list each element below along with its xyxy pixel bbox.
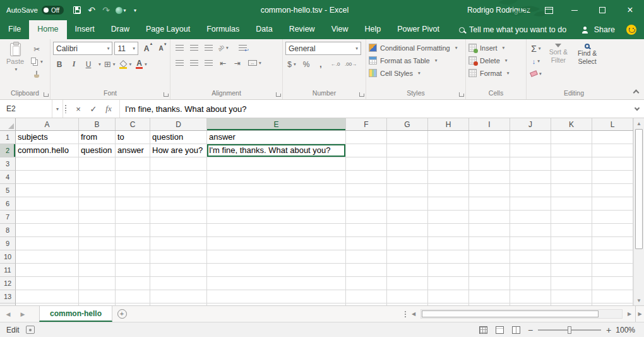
vertical-scrollbar-thumb[interactable]	[635, 129, 643, 249]
row-header-10[interactable]: 10	[0, 250, 16, 264]
cell-c14[interactable]	[116, 303, 150, 305]
cell-k6[interactable]	[551, 197, 592, 211]
zoom-level-button[interactable]: 100%	[615, 326, 644, 334]
cell-b3[interactable]	[79, 157, 116, 171]
align-center-button[interactable]	[188, 57, 200, 69]
cell-c9[interactable]	[116, 237, 150, 250]
cell-d3[interactable]	[150, 157, 207, 171]
undo-button[interactable]: ↶	[85, 2, 98, 18]
cell-f7[interactable]	[346, 211, 387, 224]
cancel-entry-button[interactable]: ×	[71, 102, 85, 116]
cell-k11[interactable]	[551, 264, 592, 277]
cell-k2[interactable]	[551, 144, 592, 157]
cell-e12[interactable]	[207, 277, 346, 290]
cell-e10[interactable]	[207, 250, 346, 264]
cell-b8[interactable]	[79, 224, 116, 237]
cell-g14[interactable]	[387, 303, 428, 305]
cell-l1[interactable]	[592, 131, 633, 144]
cell-f1[interactable]	[346, 131, 387, 144]
align-top-button[interactable]	[173, 42, 186, 54]
row-header-8[interactable]: 8	[0, 224, 16, 237]
cut-button[interactable]: ✂	[30, 43, 44, 55]
cell-k3[interactable]	[551, 157, 592, 171]
wrap-text-button[interactable]	[237, 42, 249, 54]
maximize-button[interactable]	[588, 0, 616, 20]
tab-view[interactable]: View	[323, 20, 357, 39]
cell-f6[interactable]	[346, 197, 387, 211]
clipboard-dialog-launcher[interactable]	[44, 92, 48, 97]
cell-e9[interactable]	[207, 237, 346, 250]
cell-d9[interactable]	[150, 237, 207, 250]
format-painter-button[interactable]	[30, 68, 44, 80]
cell-b11[interactable]	[79, 264, 116, 277]
column-header-b[interactable]: B	[79, 118, 116, 130]
cell-j10[interactable]	[510, 250, 551, 264]
tab-insert[interactable]: Insert	[67, 20, 103, 39]
increase-indent-button[interactable]: ⇥	[231, 57, 244, 69]
format-cells-button[interactable]: Format ▾	[468, 67, 523, 79]
cell-a12[interactable]	[16, 277, 79, 290]
autosave-toggle[interactable]: AutoSave Off	[0, 6, 70, 15]
cell-l13[interactable]	[592, 290, 633, 303]
decrease-decimal-button[interactable]: .00→	[343, 58, 358, 70]
column-header-f[interactable]: F	[346, 118, 387, 130]
row-header-9[interactable]: 9	[0, 237, 16, 250]
cell-d5[interactable]	[150, 184, 207, 197]
cell-l11[interactable]	[592, 264, 633, 277]
cell-e8[interactable]	[207, 224, 346, 237]
cell-b14[interactable]	[79, 303, 116, 305]
cell-k13[interactable]	[551, 290, 592, 303]
cell-h2[interactable]	[428, 144, 469, 157]
styles-dialog-launcher[interactable]	[459, 92, 463, 97]
tab-draw[interactable]: Draw	[103, 20, 138, 39]
name-box[interactable]: E2 ▾	[0, 100, 63, 118]
cell-b5[interactable]	[79, 184, 116, 197]
cell-h14[interactable]	[428, 303, 469, 305]
cell-k5[interactable]	[551, 184, 592, 197]
cell-k4[interactable]	[551, 171, 592, 184]
cell-k10[interactable]	[551, 250, 592, 264]
customize-quick-access-button[interactable]: ▾	[128, 2, 142, 18]
cell-h11[interactable]	[428, 264, 469, 277]
cell-j7[interactable]	[510, 211, 551, 224]
cell-e5[interactable]	[207, 184, 346, 197]
cell-i4[interactable]	[469, 171, 510, 184]
autosave-switch[interactable]: Off	[42, 6, 64, 15]
cell-l8[interactable]	[592, 224, 633, 237]
column-header-l[interactable]: L	[592, 118, 633, 130]
cell-a6[interactable]	[16, 197, 79, 211]
cell-c2[interactable]: answer	[116, 144, 150, 157]
cell-c7[interactable]	[116, 211, 150, 224]
cell-g6[interactable]	[387, 197, 428, 211]
cell-a14[interactable]	[16, 303, 79, 305]
cell-b7[interactable]	[79, 211, 116, 224]
row-header-12[interactable]: 12	[0, 277, 16, 290]
cell-a3[interactable]	[16, 157, 79, 171]
cell-j4[interactable]	[510, 171, 551, 184]
cell-i9[interactable]	[469, 237, 510, 250]
horizontal-split-handle[interactable]: ▶	[635, 306, 644, 322]
row-header-4[interactable]: 4	[0, 171, 16, 184]
zoom-out-button[interactable]: −	[524, 325, 537, 335]
cell-l14[interactable]	[592, 303, 633, 305]
column-header-i[interactable]: I	[469, 118, 510, 130]
previous-sheet-button[interactable]: ◀	[0, 306, 16, 322]
cell-g10[interactable]	[387, 250, 428, 264]
feedback-smiley-button[interactable]	[626, 25, 636, 35]
formula-input[interactable]: I'm fine, thanks. What about you?	[120, 100, 630, 118]
cell-b1[interactable]: from	[79, 131, 116, 144]
cell-c8[interactable]	[116, 224, 150, 237]
sort-filter-button[interactable]: Sort & Filter	[546, 42, 571, 89]
increase-decimal-button[interactable]: ←.0	[329, 58, 342, 70]
row-header-7[interactable]: 7	[0, 211, 16, 224]
tab-help[interactable]: Help	[357, 20, 390, 39]
cell-i11[interactable]	[469, 264, 510, 277]
scroll-right-button[interactable]: ▶	[624, 306, 635, 322]
cell-k12[interactable]	[551, 277, 592, 290]
enter-entry-button[interactable]: ✓	[86, 102, 100, 116]
cell-d14[interactable]	[150, 303, 207, 305]
column-header-g[interactable]: G	[387, 118, 428, 130]
cell-b12[interactable]	[79, 277, 116, 290]
cell-i7[interactable]	[469, 211, 510, 224]
merge-center-button[interactable]: ↔▾	[247, 57, 263, 69]
